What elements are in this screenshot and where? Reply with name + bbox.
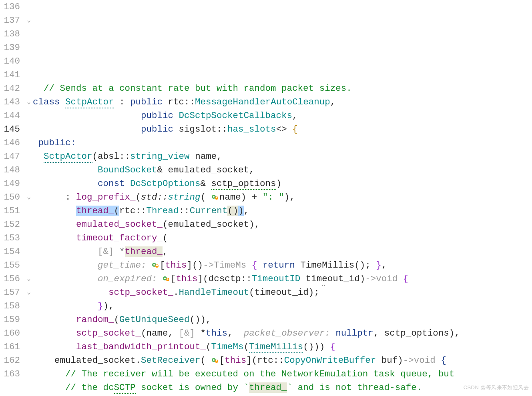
code-line[interactable]: public sigslot::has_slots<> { [33,122,532,136]
fold-marker[interactable] [25,367,33,381]
line-number[interactable]: 141 [0,68,20,82]
code-token: :: [136,206,147,216]
code-line[interactable]: [&] *thread_, [33,245,532,258]
code-line[interactable]: thread_->PostTask(webrtc::ToQueuedTask( [33,394,532,396]
fold-marker[interactable] [25,27,33,41]
code-line[interactable]: // The receiver will be executed on the … [33,367,532,381]
line-number[interactable]: 144 [0,109,20,122]
fold-marker[interactable] [25,109,33,122]
code-line[interactable]: thread_(rtc::Thread::Current()), [33,204,532,218]
line-number[interactable]: 156 [0,272,20,286]
fold-marker[interactable]: ⌄ [25,286,33,299]
fold-marker[interactable] [25,354,33,367]
code-line[interactable]: sctp_socket_.HandleTimeout(timeout_id); [33,286,532,299]
chevron-down-icon[interactable]: ⌄ [27,190,31,204]
fold-marker[interactable] [25,218,33,231]
code-line[interactable]: : log_prefix_(std::string( name) + ": ")… [33,190,532,204]
chevron-down-icon[interactable]: ⌄ [27,272,31,286]
line-number[interactable]: 153 [0,231,20,245]
line-number[interactable]: 154 [0,245,20,258]
fold-marker[interactable] [25,204,33,218]
code-token: CopyOnWriteBuffer [284,355,376,366]
line-number[interactable]: 140 [0,54,20,68]
line-number[interactable]: 162 [0,354,20,367]
fold-marker[interactable] [25,231,33,245]
line-number[interactable]: 150 [0,190,20,204]
code-token: , [227,328,238,338]
line-number-gutter[interactable]: 1361371381391401411421431441451461471481… [0,0,25,396]
fold-marker[interactable] [25,258,33,272]
chevron-down-icon[interactable]: ⌄ [27,286,31,299]
line-number[interactable]: 148 [0,163,20,177]
code-line[interactable]: emulated_socket.SetReceiver( [this](rtc:… [33,354,532,367]
line-number[interactable]: 143 [0,95,20,109]
fold-marker[interactable]: ⌄ [25,190,33,204]
fold-marker[interactable]: ⌄ [25,95,33,109]
code-line[interactable]: get_time: [this]()->TimeMs { return Time… [33,258,532,272]
code-token: ` and is not thread-safe. [287,382,422,393]
fold-marker[interactable]: ⌄ [25,14,33,27]
line-number[interactable]: 147 [0,150,20,163]
line-number[interactable]: 159 [0,313,20,326]
code-line[interactable]: const DcSctpOptions& sctp_options) [33,177,532,190]
code-token: public: [33,138,76,148]
line-number[interactable]: 158 [0,299,20,313]
code-line[interactable]: last_bandwidth_printout_(TimeMs(TimeMill… [33,340,532,354]
fold-marker[interactable] [25,150,33,163]
refactor-hint-icon[interactable] [211,354,219,362]
line-number[interactable]: 152 [0,218,20,231]
fold-marker[interactable] [25,326,33,340]
line-number[interactable]: 137 [0,14,20,27]
fold-marker[interactable] [25,245,33,258]
line-number[interactable]: 136 [0,0,20,14]
fold-marker[interactable] [25,163,33,177]
code-line[interactable]: }), [33,299,532,313]
code-line[interactable]: class SctpActor : public rtc::MessageHan… [33,95,532,109]
line-number[interactable]: 138 [0,27,20,41]
line-number[interactable]: 142 [0,82,20,95]
refactor-hint-icon[interactable] [163,273,170,280]
fold-marker[interactable] [25,313,33,326]
line-number[interactable]: 161 [0,340,20,354]
fold-marker[interactable] [25,54,33,68]
line-number[interactable]: 160 [0,326,20,340]
fold-marker[interactable] [25,68,33,82]
fold-marker[interactable] [25,177,33,190]
code-line[interactable]: // the dcSCTP socket is owned by `thread… [33,381,532,394]
fold-marker[interactable] [25,82,33,95]
chevron-down-icon[interactable]: ⌄ [27,14,31,27]
code-area[interactable]: // Sends at a constant rate but with ran… [33,0,532,396]
code-line[interactable]: BoundSocket& emulated_socket, [33,163,532,177]
fold-marker[interactable]: ⌄ [25,272,33,286]
fold-marker[interactable] [25,340,33,354]
fold-marker[interactable] [25,122,33,136]
line-number[interactable]: 146 [0,136,20,150]
fold-marker[interactable] [25,41,33,54]
fold-marker[interactable] [25,0,33,14]
code-line[interactable]: emulated_socket_(emulated_socket), [33,218,532,231]
line-number[interactable]: 149 [0,177,20,190]
line-number[interactable]: 151 [0,204,20,218]
code-line[interactable]: public: [33,136,532,150]
line-number[interactable]: 145 [0,122,20,136]
refactor-hint-icon[interactable] [152,259,159,266]
refactor-hint-icon[interactable] [211,191,219,198]
fold-marker[interactable] [25,299,33,313]
code-line[interactable]: SctpActor(absl::string_view name, [33,150,532,163]
code-line[interactable]: public DcSctpSocketCallbacks, [33,109,532,122]
code-line[interactable]: timeout_factory_( [33,231,532,245]
chevron-down-icon[interactable]: ⌄ [27,95,31,109]
line-number[interactable]: 163 [0,367,20,381]
fold-column[interactable]: ⌄⌄⌄⌄⌄ [25,0,33,396]
code-token: ( [244,342,249,352]
code-token: [&] [179,328,201,338]
code-line[interactable]: on_expired: [this](dcsctp::TimeoutID tim… [33,272,532,286]
line-number[interactable]: 157 [0,286,20,299]
line-number[interactable]: 139 [0,41,20,54]
code-line[interactable]: // Sends at a constant rate but with ran… [33,82,532,95]
line-number[interactable]: 155 [0,258,20,272]
code-line[interactable]: random_(GetUniqueSeed()), [33,313,532,326]
fold-marker[interactable] [25,136,33,150]
code-editor[interactable]: 1361371381391401411421431441451461471481… [0,0,532,396]
code-line[interactable]: sctp_socket_(name, [&] *this, packet_obs… [33,326,532,340]
